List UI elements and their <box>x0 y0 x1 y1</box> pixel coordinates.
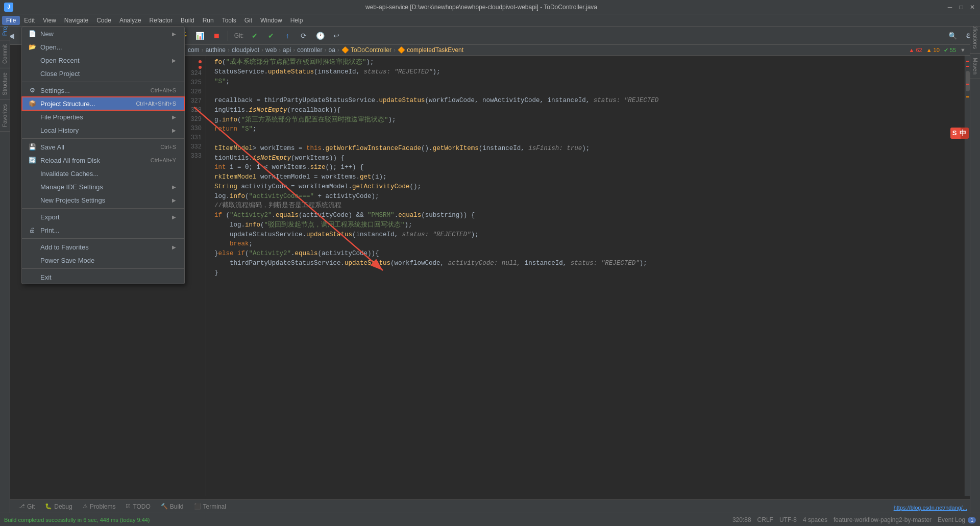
crumb-api[interactable]: api <box>283 46 291 54</box>
local-history-label: Local History <box>40 127 170 134</box>
line-ending[interactable]: CRLF <box>757 516 773 523</box>
crumb-cloudpivot[interactable]: cloudpivot <box>232 46 259 54</box>
sep1 <box>22 82 184 82</box>
s-badge: S 中 <box>950 128 969 139</box>
crumb-oa[interactable]: oa <box>328 46 335 54</box>
crumb-todocontroller[interactable]: 🔶 ToDoController <box>341 46 391 54</box>
warn-count[interactable]: ▲ 10 <box>926 47 940 53</box>
menu-window[interactable]: Window <box>256 16 286 25</box>
menu-item-print[interactable]: 🖨 Print... <box>22 223 184 237</box>
encoding[interactable]: UTF-8 <box>779 516 797 523</box>
crumb-com[interactable]: com <box>188 46 200 54</box>
git-commit-btn[interactable]: ✔ <box>248 29 262 43</box>
menu-item-add-favorites[interactable]: Add to Favorites ▶ <box>22 240 184 254</box>
git-branch-btn[interactable]: ⟳ <box>297 29 311 43</box>
close-button[interactable]: ✕ <box>969 4 976 11</box>
terminal-tab-icon: ⬛ <box>194 503 201 510</box>
menu-item-save-all[interactable]: 💾 Save All Ctrl+S <box>22 140 184 154</box>
tab-git[interactable]: ⎇ Git <box>14 502 39 511</box>
menu-view[interactable]: View <box>39 16 60 25</box>
menu-item-new-projects[interactable]: New Projects Settings ▶ <box>22 193 184 207</box>
menu-item-settings[interactable]: ⚙ Settings... Ctrl+Alt+S <box>22 84 184 97</box>
menu-item-close-project[interactable]: Close Project <box>22 67 184 80</box>
menu-analyze[interactable]: Analyze <box>115 16 145 25</box>
code-editor[interactable]: 324 325 326 327 328 329 330 331 332 333 … <box>184 56 970 496</box>
ok-count[interactable]: ✔ 55 <box>944 47 956 54</box>
git-revert-btn[interactable]: ↩ <box>329 29 344 43</box>
crumb-web[interactable]: web <box>265 46 277 54</box>
crumb-method[interactable]: 🔶 completedTaskEvent <box>398 46 463 54</box>
lvt-favorites[interactable]: Favorites <box>0 100 10 132</box>
error-count[interactable]: ▲ 62 <box>909 47 922 53</box>
file-properties-arrow: ▶ <box>172 114 176 120</box>
window-controls[interactable]: ─ □ ✕ <box>946 4 976 11</box>
tab-terminal[interactable]: ⬛ Terminal <box>190 502 230 511</box>
menu-item-open-recent[interactable]: Open Recent ▶ <box>22 54 184 67</box>
menu-edit[interactable]: Edit <box>20 16 39 25</box>
crumb-authine[interactable]: authine <box>206 46 226 54</box>
maximize-button[interactable]: □ <box>958 4 965 11</box>
menu-item-local-history[interactable]: Local History ▶ <box>22 123 184 137</box>
print-icon: 🖨 <box>28 226 36 234</box>
code-line <box>214 86 965 96</box>
code-line: break; <box>214 239 965 249</box>
print-label: Print... <box>40 227 176 234</box>
menu-refactor[interactable]: Refactor <box>145 16 177 25</box>
new-projects-icon <box>28 196 36 204</box>
menu-item-exit[interactable]: Exit <box>22 270 184 284</box>
indent[interactable]: 4 spaces <box>803 516 827 523</box>
tab-debug[interactable]: 🐛 Debug <box>41 502 76 511</box>
menu-bar: File Edit View Navigate Code Analyze Ref… <box>0 14 980 27</box>
tab-todo[interactable]: ☑ TODO <box>121 502 154 511</box>
tab-build[interactable]: 🔨 Build <box>157 502 188 511</box>
app-icon: J <box>4 3 13 12</box>
manage-ide-label: Manage IDE Settings <box>40 183 170 191</box>
git-tab-icon: ⎇ <box>18 503 25 510</box>
menu-tools[interactable]: Tools <box>218 16 240 25</box>
minimize-button[interactable]: ─ <box>946 4 953 11</box>
branch[interactable]: feature-workflow-paging2-by-master <box>834 516 932 523</box>
blog-url[interactable]: https://blog.csdn.net/ndang/... <box>894 505 967 511</box>
git-push-btn[interactable]: ✔ <box>264 29 278 43</box>
menu-item-file-properties[interactable]: File Properties ▶ <box>22 110 184 123</box>
project-structure-label: Project Structure... <box>40 100 126 108</box>
menu-run[interactable]: Run <box>199 16 218 25</box>
menu-item-reload[interactable]: 🔄 Reload All from Disk Ctrl+Alt+Y <box>22 154 184 167</box>
right-vertical-tabs: Notifications Maven <box>970 14 980 513</box>
menu-item-manage-ide[interactable]: Manage IDE Settings ▶ <box>22 180 184 193</box>
cursor-position[interactable]: 320:88 <box>732 516 751 523</box>
settings-label: Settings... <box>40 87 140 94</box>
menu-item-invalidate[interactable]: Invalidate Caches... <box>22 167 184 180</box>
menu-code[interactable]: Code <box>92 16 115 25</box>
code-area[interactable]: fo("成本系统部分节点配置在驳回时推送审批状态"); StatusServic… <box>206 56 965 496</box>
crumb-controller[interactable]: controller <box>297 46 322 54</box>
tab-problems[interactable]: ⚠ Problems <box>79 502 120 511</box>
menu-help[interactable]: Help <box>286 16 307 25</box>
menu-git[interactable]: Git <box>240 16 256 25</box>
export-arrow: ▶ <box>172 214 176 220</box>
expand-warnings[interactable]: ▼ <box>960 47 966 53</box>
lvt-commit[interactable]: Commit <box>0 40 10 68</box>
problems-tab-icon: ⚠ <box>83 503 88 510</box>
git-history-btn[interactable]: 🕐 <box>313 29 327 43</box>
search-everywhere-btn[interactable]: 🔍 <box>945 29 960 43</box>
event-log[interactable]: Event Log 1 <box>938 516 976 523</box>
menu-navigate[interactable]: Navigate <box>60 16 92 25</box>
scroll-thumb[interactable] <box>966 71 970 91</box>
menu-build[interactable]: Build <box>177 16 199 25</box>
menu-item-export[interactable]: Export ▶ <box>22 210 184 223</box>
git-update-btn[interactable]: ↑ <box>280 29 295 43</box>
menu-file[interactable]: File <box>2 16 20 25</box>
scroll-indicator[interactable] <box>965 56 970 496</box>
menu-item-open[interactable]: 📂 Open... <box>22 40 184 54</box>
menu-item-new[interactable]: 📄 New ▶ <box>22 27 184 40</box>
vrt-maven[interactable]: Maven <box>970 54 980 79</box>
lvt-structure[interactable]: Structure <box>0 68 10 100</box>
menu-item-power-save[interactable]: Power Save Mode <box>22 254 184 267</box>
code-line: }else if("Activity2".equals(activityCode… <box>214 249 965 259</box>
coverage-button[interactable]: 📊 <box>193 29 207 43</box>
menu-item-project-structure[interactable]: 📦 Project Structure... Ctrl+Alt+Shift+S <box>22 97 184 110</box>
title-bar: J web-api-service [D:\work\newhope\newho… <box>0 0 980 14</box>
stop-button[interactable]: ⏹ <box>209 29 224 43</box>
status-bar: Build completed successfully in 6 sec, 4… <box>0 513 980 526</box>
